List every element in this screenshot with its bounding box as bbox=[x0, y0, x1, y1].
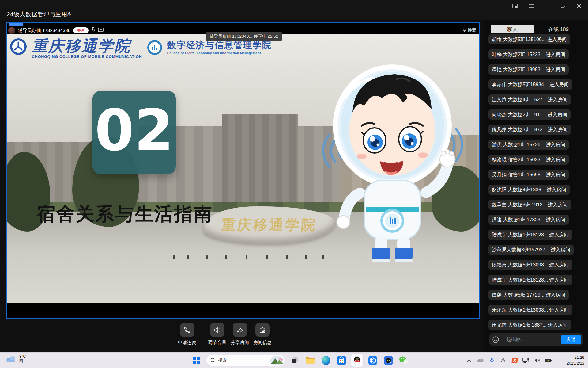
room-info-label: 房间信息 bbox=[248, 340, 277, 346]
speaker-icon bbox=[210, 323, 224, 337]
windows-taskbar: 9°C 阴 搜索 bbox=[0, 352, 588, 368]
chat-message: 赵沈阳 大数据4班1336... 进入房间 bbox=[488, 185, 570, 195]
photo-bollard bbox=[266, 255, 268, 259]
college2-seal-icon bbox=[147, 40, 162, 55]
share-icon bbox=[233, 323, 247, 337]
store-button[interactable] bbox=[336, 354, 347, 367]
battery-icon[interactable] bbox=[545, 357, 552, 364]
share-border-handle bbox=[9, 23, 23, 26]
titlebar: 24级大数据管理与应用& bbox=[0, 0, 588, 20]
mini-player-icon[interactable] bbox=[511, 2, 519, 10]
maximize-icon[interactable] bbox=[559, 2, 567, 10]
chat-message: 陆成宇 大数据1班18128... 进入房间 bbox=[488, 275, 572, 285]
room-info-icon bbox=[255, 323, 270, 337]
tray-chevron-icon[interactable] bbox=[466, 357, 473, 364]
host-avatar[interactable] bbox=[8, 27, 15, 34]
wechat-button[interactable] bbox=[398, 354, 410, 367]
weather-cloud-icon bbox=[6, 355, 17, 362]
queue-mic-button[interactable]: 排麦 bbox=[463, 27, 476, 33]
weather-condition: 阴 bbox=[19, 359, 26, 363]
chat-message: 叶梓 大数据2班 15223... 进入房间 bbox=[488, 49, 569, 59]
chat-message: 胡粒 大数据5班135106... 进入房间 bbox=[488, 34, 570, 44]
photo-bollard bbox=[286, 255, 288, 259]
running-indicator bbox=[309, 366, 311, 366]
college1-name: 重庆移通学院 bbox=[32, 38, 142, 54]
weather-widget[interactable]: 9°C 阴 bbox=[6, 354, 26, 363]
screen-share-icon[interactable] bbox=[98, 28, 104, 33]
onedrive-icon[interactable] bbox=[477, 357, 484, 364]
chat-message: 魏承鑫 大数据3班 1912... 进入房间 bbox=[488, 200, 571, 210]
taskbar-search-box[interactable]: 搜索 bbox=[206, 355, 285, 366]
tray-mic-icon[interactable] bbox=[488, 357, 495, 364]
chat-input[interactable]: 一起聊聊... 发送 bbox=[489, 333, 583, 346]
photo-tower bbox=[222, 114, 298, 215]
room-info-button[interactable]: 房间信息 bbox=[248, 323, 277, 346]
chat-message: 朱洋乐 大数据1班13098... 进入房间 bbox=[488, 305, 572, 315]
host-row: 辅导员彭仙 17323484336 关注 bbox=[8, 27, 104, 34]
photo-bollard bbox=[225, 255, 227, 259]
clock[interactable]: 21:26 2025/2/23 bbox=[567, 355, 584, 366]
photo-bollard bbox=[173, 255, 175, 259]
queue-mic-icon bbox=[463, 28, 466, 33]
window-title: 24级大数据管理与应用& bbox=[7, 10, 71, 18]
chat-message: 段福勇 大数据5班13098... 进入房间 bbox=[488, 260, 572, 270]
cat-app-button[interactable] bbox=[383, 354, 394, 367]
mascot-illustration bbox=[309, 48, 476, 268]
app-window: 24级大数据管理与应用& 辅导员彭仙 17323484336 关注 bbox=[0, 0, 588, 368]
request-mic-button[interactable]: 申请连麦 bbox=[173, 323, 201, 346]
display-device-icon[interactable] bbox=[522, 357, 529, 364]
chat-message: 伍尤南 大数据1班 1887... 进入房间 bbox=[488, 320, 571, 330]
action-divider bbox=[202, 322, 202, 346]
window-controls bbox=[511, 2, 583, 10]
kugou-button[interactable] bbox=[367, 354, 379, 367]
weather-temp: 9°C bbox=[19, 354, 26, 359]
chat-message: 谭馨 大数据5班 17729... 进入房间 bbox=[488, 290, 569, 300]
active-indicator bbox=[354, 366, 360, 366]
chat-message: 沙秋果大数据3班157927... 进入房间 bbox=[488, 245, 574, 255]
slide-title: 宿舍关系与生活指南 bbox=[37, 202, 213, 227]
college2-name-en: College of Digital Economy and Informati… bbox=[167, 51, 272, 55]
close-icon[interactable] bbox=[575, 2, 583, 10]
ime-a-icon[interactable] bbox=[500, 357, 507, 364]
shared-slide: 重庆移通学院 重庆移通学院 CHONGQING COLLEGE OF MOBIL… bbox=[7, 34, 479, 303]
college1-seal-icon bbox=[10, 38, 27, 55]
section-number-badge: 02 bbox=[92, 91, 176, 174]
clock-time: 21:26 bbox=[567, 355, 584, 360]
video-stage: 辅导员彭仙 17323484336 关注 排麦 辅导员彭仙 1732348...… bbox=[6, 22, 480, 319]
chat-message: 杨浚琨 信管2班 15023... 进入房间 bbox=[488, 155, 569, 165]
chat-message: 谭恺 大数据2班 18983... 进入房间 bbox=[488, 64, 569, 75]
smiley-icon[interactable] bbox=[492, 336, 499, 343]
chat-message: 游优 大数据1班 15736... 进入房间 bbox=[488, 140, 569, 150]
request-mic-label: 申请连麦 bbox=[173, 340, 201, 346]
mic-icon[interactable] bbox=[91, 27, 95, 34]
s-app-icon[interactable]: S bbox=[511, 357, 518, 364]
qq-button[interactable] bbox=[351, 354, 363, 367]
photo-bollard bbox=[187, 255, 189, 259]
chat-message: 倪凡萍 大数据3班 1872... 进入房间 bbox=[488, 125, 571, 135]
search-highlight-art bbox=[270, 356, 283, 365]
system-tray: S bbox=[466, 353, 552, 368]
menu-icon[interactable] bbox=[527, 2, 535, 10]
college1-text: 重庆移通学院 CHONGQING COLLEGE OF MOBILE COMMU… bbox=[32, 38, 142, 59]
queue-label: 排麦 bbox=[468, 27, 476, 33]
file-explorer-button[interactable] bbox=[304, 354, 316, 367]
send-button[interactable]: 发送 bbox=[561, 335, 581, 344]
search-icon bbox=[210, 358, 215, 363]
phone-icon bbox=[180, 323, 194, 337]
chat-message: 向琰杰 大数据2班 1911... 进入房间 bbox=[488, 109, 571, 120]
photo-bollard bbox=[305, 255, 307, 259]
edge-button[interactable] bbox=[320, 354, 332, 367]
volume-icon[interactable] bbox=[534, 357, 541, 364]
college-logos: 重庆移通学院 CHONGQING COLLEGE OF MOBILE COMMU… bbox=[10, 38, 272, 59]
chat-message: 江文煊 大数据4班 1527... 进入房间 bbox=[488, 94, 571, 105]
tab-chat[interactable]: 聊天 bbox=[491, 25, 534, 33]
start-button[interactable] bbox=[190, 354, 202, 367]
photo-bollard bbox=[206, 255, 208, 259]
tab-online[interactable]: 在线 189 bbox=[534, 26, 582, 33]
minimize-icon[interactable] bbox=[543, 2, 551, 10]
task-view-button[interactable] bbox=[289, 354, 300, 367]
clock-date: 2025/2/23 bbox=[567, 360, 584, 366]
college1-name-en: CHONGQING COLLEGE OF MOBILE COMMUNICATIO… bbox=[32, 55, 142, 59]
running-indicator bbox=[371, 366, 374, 366]
follow-button[interactable]: 关注 bbox=[73, 27, 89, 33]
